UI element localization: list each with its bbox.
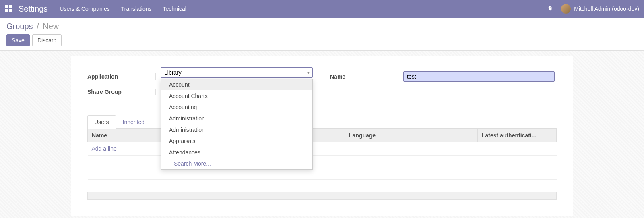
table-empty-row bbox=[88, 156, 557, 180]
discard-button[interactable]: Discard bbox=[32, 34, 62, 46]
application-input-wrap: ▼ Account Account Charts Accounting Admi… bbox=[156, 67, 314, 85]
avatar bbox=[561, 4, 571, 14]
top-nav: Settings Users & Companies Translations … bbox=[0, 0, 644, 18]
dropdown-item[interactable]: Appraisals bbox=[161, 135, 312, 147]
user-menu[interactable]: Mitchell Admin (odoo-dev) bbox=[561, 4, 639, 14]
form-row-1: Application ▼ Account Account Charts Acc… bbox=[87, 67, 557, 85]
name-input-wrap bbox=[398, 71, 557, 82]
breadcrumb-current: New bbox=[43, 22, 59, 31]
action-buttons: Save Discard bbox=[6, 34, 638, 46]
menu-users-companies[interactable]: Users & Companies bbox=[60, 6, 110, 12]
name-input[interactable] bbox=[403, 71, 555, 82]
col-actions bbox=[542, 129, 557, 142]
application-group: Application ▼ Account Account Charts Acc… bbox=[87, 67, 314, 85]
nav-menu: Users & Companies Translations Technical bbox=[60, 6, 186, 12]
table-row: Add a line bbox=[88, 142, 557, 156]
dropdown-item[interactable]: Account bbox=[161, 79, 312, 90]
breadcrumb-root[interactable]: Groups bbox=[6, 22, 33, 31]
name-group: Name bbox=[330, 67, 557, 85]
share-group-label: Share Group bbox=[87, 89, 156, 95]
tab-inherited[interactable]: Inherited bbox=[116, 115, 151, 129]
apps-icon[interactable] bbox=[5, 5, 12, 12]
top-nav-right: Mitchell Admin (odoo-dev) bbox=[547, 4, 639, 14]
dropdown-search-more[interactable]: Search More... bbox=[161, 158, 312, 169]
control-panel: Groups / New Save Discard bbox=[0, 18, 644, 51]
bug-icon[interactable] bbox=[547, 6, 553, 12]
users-table: Name Language Latest authenticati... Add… bbox=[87, 129, 557, 180]
dropdown-item[interactable]: Administration bbox=[161, 124, 312, 135]
app-title: Settings bbox=[19, 4, 47, 14]
breadcrumb: Groups / New bbox=[6, 22, 638, 31]
empty-group bbox=[330, 89, 557, 95]
menu-translations[interactable]: Translations bbox=[121, 6, 152, 12]
application-dropdown: Account Account Charts Accounting Admini… bbox=[161, 79, 313, 170]
form-sheet: Application ▼ Account Account Charts Acc… bbox=[71, 56, 573, 216]
col-language[interactable]: Language bbox=[345, 129, 478, 142]
content-area: Application ▼ Account Account Charts Acc… bbox=[0, 51, 644, 218]
sheet-footer-bar bbox=[87, 192, 557, 200]
dropdown-item[interactable]: Administration bbox=[161, 113, 312, 124]
save-button[interactable]: Save bbox=[6, 34, 30, 46]
tabs: Users Inherited ________________________… bbox=[87, 115, 557, 129]
breadcrumb-separator: / bbox=[37, 22, 39, 31]
tab-users[interactable]: Users bbox=[87, 115, 116, 129]
dropdown-item[interactable]: Accounting bbox=[161, 102, 312, 113]
menu-technical[interactable]: Technical bbox=[163, 6, 186, 12]
form-row-2: Share Group bbox=[87, 89, 557, 95]
user-display-name: Mitchell Admin (odoo-dev) bbox=[574, 6, 639, 12]
dropdown-item[interactable]: Attendances bbox=[161, 147, 312, 158]
name-label: Name bbox=[330, 73, 398, 80]
top-nav-left: Settings Users & Companies Translations … bbox=[5, 4, 186, 14]
application-label: Application bbox=[87, 73, 156, 80]
application-input[interactable] bbox=[161, 67, 313, 78]
col-latest-auth[interactable]: Latest authenticati... bbox=[478, 129, 542, 142]
dropdown-item[interactable]: Account Charts bbox=[161, 90, 312, 102]
add-line-link[interactable]: Add a line bbox=[92, 145, 117, 152]
